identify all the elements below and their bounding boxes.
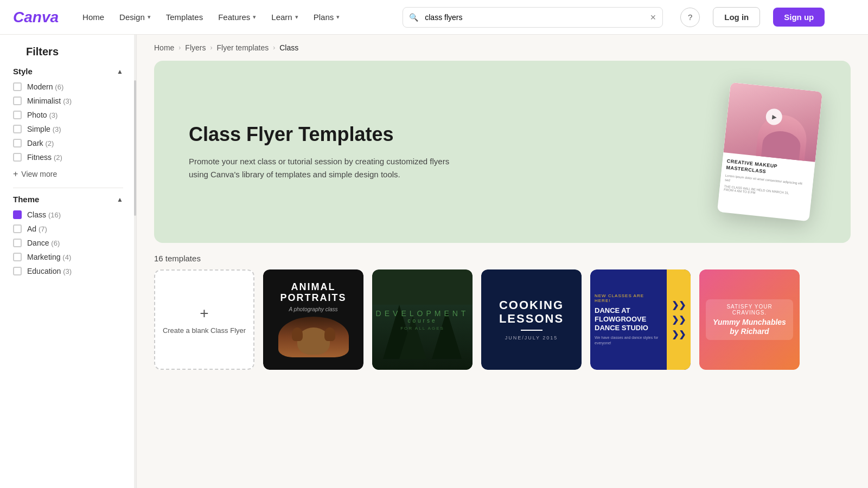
dev-card-image: DEVELOPMENT course FOR ALL AGES xyxy=(372,269,473,370)
template-grid: + Create a blank Class Flyer ANIMALPORTR… xyxy=(137,269,868,387)
filters-title: Filters xyxy=(13,46,123,67)
class-label: Class (16) xyxy=(27,210,61,219)
view-more-style[interactable]: + View more xyxy=(13,167,123,181)
main-nav: Home Design ▾ Templates Features ▾ Learn… xyxy=(76,8,346,26)
ad-label: Ad (7) xyxy=(27,224,47,233)
style-filter-list: Modern (6) Minimalist (3) Photo (3) Simp… xyxy=(13,82,123,181)
nav-design[interactable]: Design ▾ xyxy=(113,8,157,26)
theme-filter-list: Class (16) Ad (7) Dance (6) Marketing (4… xyxy=(13,210,123,275)
filter-class[interactable]: Class (16) xyxy=(13,210,123,219)
template-dance-flowgroove[interactable]: ❯❯ ❯❯ ❯❯ NEW CLASSES ARE HERE! DANCE ATF… xyxy=(590,269,691,370)
dance-yellow-bar: ❯❯ ❯❯ ❯❯ xyxy=(667,269,691,370)
template-animal-portraits[interactable]: ANIMALPORTRAITS A photography class xyxy=(263,269,363,370)
theme-chevron-up-icon: ▲ xyxy=(117,196,123,203)
filters-panel: Filters Style ▲ Modern (6) Minimalist (3… xyxy=(0,46,136,181)
ad-checkbox[interactable] xyxy=(13,224,22,233)
modern-checkbox[interactable] xyxy=(13,82,22,91)
help-button[interactable]: ? xyxy=(680,8,700,27)
fitness-checkbox[interactable] xyxy=(13,153,22,162)
nav-plans[interactable]: Plans ▾ xyxy=(307,8,347,26)
page-body: Filters Style ▲ Modern (6) Minimalist (3… xyxy=(0,35,868,488)
nav-templates[interactable]: Templates xyxy=(159,8,209,26)
filter-education[interactable]: Education (3) xyxy=(13,267,123,275)
animal-dog xyxy=(278,317,349,357)
simple-checkbox[interactable] xyxy=(13,125,22,133)
templates-count: 16 templates xyxy=(137,243,868,269)
filter-marketing[interactable]: Marketing (4) xyxy=(13,253,123,261)
style-section-title: Style xyxy=(13,67,33,76)
filter-photo[interactable]: Photo (3) xyxy=(13,111,123,119)
plus-icon: + xyxy=(13,169,18,179)
hero-banner: Class Flyer Templates Promote your next … xyxy=(154,61,851,243)
minimalist-checkbox[interactable] xyxy=(13,97,22,105)
filter-simple[interactable]: Simple (3) xyxy=(13,125,123,133)
nav-features[interactable]: Features ▾ xyxy=(212,8,263,26)
cooking-date: JUNE/JULY 2015 xyxy=(505,335,558,341)
breadcrumb-sep-2: › xyxy=(210,44,212,52)
breadcrumb-sep-3: › xyxy=(273,44,275,52)
fitness-label: Fitness (2) xyxy=(27,153,62,162)
theme-section-title: Theme xyxy=(13,195,39,204)
food-card-image: SATISFY YOUR CRAVINGS. Yummy Munchablesb… xyxy=(699,269,800,370)
create-blank-button[interactable]: + Create a blank Class Flyer xyxy=(154,269,254,370)
cooking-title: COOKINGLESSONS xyxy=(499,299,564,325)
template-development-course[interactable]: DEVELOPMENT course FOR ALL AGES xyxy=(372,269,473,370)
photo-checkbox[interactable] xyxy=(13,111,22,119)
education-label: Education (3) xyxy=(27,267,72,275)
sidebar: Filters Style ▲ Modern (6) Minimalist (3… xyxy=(0,35,137,488)
search-icon: 🔍 xyxy=(409,13,418,22)
filter-dance[interactable]: Dance (6) xyxy=(13,239,123,247)
breadcrumb-home[interactable]: Home xyxy=(154,43,174,52)
marketing-checkbox[interactable] xyxy=(13,253,22,261)
section-divider xyxy=(13,188,123,188)
cooking-card-image: COOKINGLESSONS JUNE/JULY 2015 xyxy=(481,269,582,370)
animal-subtitle: A photography class xyxy=(289,306,337,312)
canva-logo[interactable]: Canva xyxy=(13,9,59,26)
hero-description: Promote your next class or tutorial sess… xyxy=(189,155,460,181)
dark-checkbox[interactable] xyxy=(13,139,22,147)
dance-checkbox[interactable] xyxy=(13,239,22,247)
filter-fitness[interactable]: Fitness (2) xyxy=(13,153,123,162)
search-input[interactable] xyxy=(403,7,663,28)
class-checkbox[interactable] xyxy=(13,210,22,219)
search-bar: 🔍 ✕ xyxy=(403,7,663,28)
theme-section-header[interactable]: Theme ▲ xyxy=(13,195,123,204)
breadcrumb-sep-1: › xyxy=(178,44,181,52)
photo-label: Photo (3) xyxy=(27,111,58,119)
style-chevron-up-icon: ▲ xyxy=(117,68,123,75)
dark-label: Dark (2) xyxy=(27,139,54,147)
clear-icon[interactable]: ✕ xyxy=(650,13,656,22)
breadcrumb-current: Class xyxy=(279,43,298,52)
modern-label: Modern (6) xyxy=(27,82,63,91)
filter-modern[interactable]: Modern (6) xyxy=(13,82,123,91)
filter-minimalist[interactable]: Minimalist (3) xyxy=(13,97,123,105)
filter-dark[interactable]: Dark (2) xyxy=(13,139,123,147)
education-checkbox[interactable] xyxy=(13,267,22,275)
nav-learn[interactable]: Learn ▾ xyxy=(265,8,304,26)
hero-image: ▶ CREATIVE MAKEUP MASTERCLASS Lorem ipsu… xyxy=(724,87,816,217)
nav-home[interactable]: Home xyxy=(76,8,111,26)
filter-ad[interactable]: Ad (7) xyxy=(13,224,123,233)
theme-section: Theme ▲ Class (16) Ad (7) Dance (6) xyxy=(0,195,136,275)
breadcrumb-flyers[interactable]: Flyers xyxy=(185,43,206,52)
food-text: SATISFY YOUR CRAVINGS. Yummy Munchablesb… xyxy=(706,299,793,341)
header: Canva Home Design ▾ Templates Features ▾… xyxy=(0,0,868,35)
signup-button[interactable]: Sign up xyxy=(773,8,825,27)
dance-card-image: ❯❯ ❯❯ ❯❯ NEW CLASSES ARE HERE! DANCE ATF… xyxy=(590,269,691,370)
breadcrumb: Home › Flyers › Flyer templates › Class xyxy=(137,35,868,61)
login-button[interactable]: Log in xyxy=(713,7,760,27)
create-blank-label: Create a blank Class Flyer xyxy=(157,326,251,335)
plus-icon: + xyxy=(200,305,208,322)
animal-title: ANIMALPORTRAITS xyxy=(280,282,346,304)
style-section-header[interactable]: Style ▲ xyxy=(13,67,123,76)
animal-card-image: ANIMALPORTRAITS A photography class xyxy=(263,269,363,370)
simple-label: Simple (3) xyxy=(27,125,61,133)
breadcrumb-flyer-templates[interactable]: Flyer templates xyxy=(216,43,269,52)
template-yummy-munchables[interactable]: SATISFY YOUR CRAVINGS. Yummy Munchablesb… xyxy=(699,269,800,370)
chevron-down-icon: ▾ xyxy=(336,14,340,21)
hero-title: Class Flyer Templates xyxy=(189,123,460,146)
chevron-down-icon: ▾ xyxy=(148,14,151,21)
marketing-label: Marketing (4) xyxy=(27,253,71,261)
create-blank-card[interactable]: + Create a blank Class Flyer xyxy=(154,269,254,370)
template-cooking-lessons[interactable]: COOKINGLESSONS JUNE/JULY 2015 xyxy=(481,269,582,370)
